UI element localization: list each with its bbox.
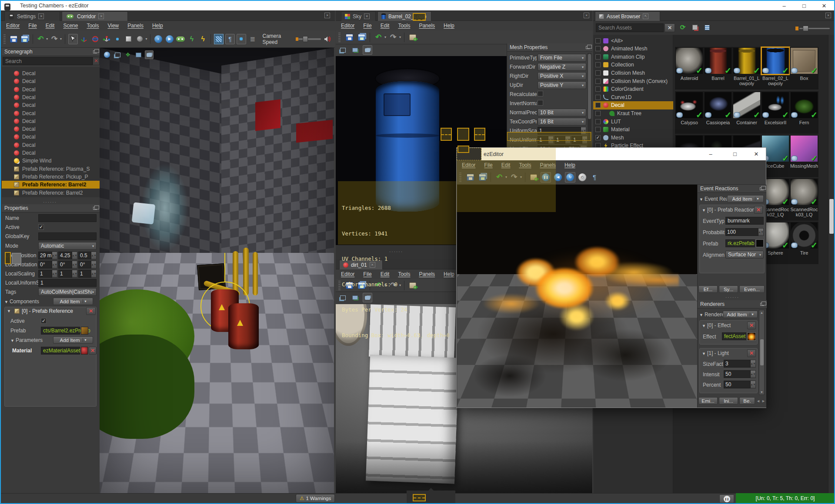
floating-close-button[interactable]: ✕ (746, 149, 766, 159)
play-from-button[interactable]: ▶ (165, 34, 174, 44)
tab-asset-browser[interactable]: Asset Browser ⇱ (595, 11, 660, 21)
position-x-stepper[interactable]: 29 m▲▼ (38, 252, 57, 259)
prefab-asset-field[interactable]: cts/Barrel2.ezPrefab (41, 327, 80, 335)
effect-thumb-button[interactable] (747, 332, 756, 341)
active-checkbox[interactable]: ✓ (38, 224, 44, 230)
pilcrow-toggle-button[interactable]: ¶ (589, 172, 600, 182)
tree-checkbox[interactable] (595, 119, 601, 124)
menu-editor[interactable]: Editor (341, 23, 354, 29)
menu-help[interactable]: Help (564, 162, 575, 168)
menu-help[interactable]: Help (444, 23, 454, 29)
tab-sky[interactable]: Sky ✕ (341, 11, 376, 21)
menu-panels[interactable]: Panels (419, 23, 435, 29)
tags-dropdown[interactable]: AutoColMesh|CastShadow▾ (38, 288, 97, 296)
meshprop-checkbox-invertnorma[interactable] (538, 100, 543, 106)
scenegraph-item-prefab-reference-barrel2[interactable]: Prefab Reference: Barrel2 (2, 181, 100, 189)
tab-initializer[interactable]: Ini... (719, 397, 738, 405)
scenegraph-item-prefab-reference-barrel2[interactable]: Prefab Reference: Barrel2 (2, 189, 100, 197)
tree-checkbox[interactable] (595, 79, 601, 84)
asset-tile-scannedrock03-lq[interactable]: ✓ScannedRock03_LQ (790, 178, 818, 221)
component-active-checkbox[interactable]: ✓ (41, 318, 47, 324)
menu-file[interactable]: File (484, 162, 492, 168)
tree-checkbox[interactable] (595, 103, 601, 108)
tab-settings-close-icon[interactable]: ✕ (38, 13, 44, 19)
rotation-x-stepper[interactable]: 0°▲▼ (38, 261, 57, 269)
save-button[interactable] (344, 32, 354, 43)
run-lightning-green-button[interactable]: ϟ (187, 34, 197, 44)
tree-checkbox[interactable]: ✓ (595, 135, 601, 140)
menu-edit[interactable]: Edit (381, 23, 390, 29)
left-dock-close-icon[interactable]: ✕ (324, 13, 330, 18)
toolbar-grip[interactable] (338, 33, 341, 42)
menu-edit[interactable]: Edit (501, 162, 511, 168)
tab-settings[interactable]: Settings ✕ (4, 11, 60, 21)
asset-tree-item-collision-mesh[interactable]: Collision Mesh (593, 69, 673, 77)
rotation-y-stepper[interactable]: 0°▲▼ (58, 261, 77, 269)
asset-tree-item-material[interactable]: Material (593, 126, 673, 134)
screenshot-icon[interactable] (134, 51, 142, 59)
menu-panels[interactable]: Panels (540, 162, 556, 168)
tree-checkbox[interactable] (595, 70, 601, 76)
material-remove-button[interactable]: ✕ (89, 347, 97, 355)
tab-scroll-left-icon[interactable]: ◄ (756, 399, 760, 403)
asset-tile-container[interactable]: ✓Container (732, 91, 761, 134)
tab-emitter[interactable]: Emi... (698, 397, 718, 405)
tree-checkbox[interactable] (595, 111, 601, 116)
position-y-stepper[interactable]: 4.25▲▼ (58, 252, 77, 259)
mesh-properties-header[interactable]: Mesh Properties (507, 43, 592, 52)
asset-tree-item-mesh[interactable]: ✓Mesh (593, 133, 673, 142)
asset-tile-barrel-02-lowpoly[interactable]: ✓Barrel_02_Lowpoly (761, 47, 790, 90)
position-z-stepper[interactable]: 0.5▲▼ (78, 252, 97, 259)
asset-search-input[interactable]: Search Assets (596, 23, 664, 32)
intensity-stepper[interactable]: 50▲▼ (724, 370, 756, 378)
remove-reaction-button[interactable]: ✕ (754, 206, 763, 214)
undo-button[interactable]: ↶ (36, 34, 46, 44)
tab-events[interactable]: Even... (739, 285, 765, 293)
tab-asset-browser-float-icon[interactable]: ⇱ (643, 13, 648, 19)
dock-splitter-dots[interactable]: ······ (725, 295, 739, 300)
tab-sky-close-icon[interactable]: ✕ (364, 13, 370, 19)
effect-group-header[interactable]: ▼[0] - Effect (702, 322, 731, 328)
rotate-tool-button[interactable] (90, 34, 100, 44)
minimize-button[interactable]: – (774, 1, 794, 10)
tab-corridor-close-icon[interactable]: ✕ (98, 13, 104, 19)
meshprop-checkbox-recalculaten[interactable] (538, 91, 543, 96)
event-reactions-float-icon[interactable] (760, 187, 764, 190)
menu-tools[interactable]: Tools (87, 23, 99, 29)
layers-icon[interactable]: ≣ (248, 34, 257, 44)
scenegraph-item-decal[interactable]: Decal (2, 109, 100, 117)
renderers-add-item-button[interactable]: Add Item▾ (723, 311, 758, 318)
name-field[interactable] (38, 214, 97, 222)
audio-mute-icon[interactable] (323, 34, 332, 44)
maximize-button[interactable]: □ (794, 1, 814, 10)
tree-checkbox[interactable] (595, 127, 601, 132)
asset-list-icon[interactable] (703, 23, 711, 32)
components-add-item-button[interactable]: Add Item▾ (53, 298, 93, 305)
title-bar[interactable]: Testing Chambers - ezEditor – □ ✕ (1, 1, 834, 10)
event-reactions-header[interactable]: Event Reactions (698, 185, 766, 193)
asset-grid-scrollbar[interactable] (828, 35, 834, 493)
tree-checkbox[interactable] (595, 46, 601, 51)
asset-tree-item-decal[interactable]: Decal (593, 101, 673, 109)
tab-effect[interactable]: Ef... (698, 285, 718, 293)
mid-dock-close-icon[interactable]: ✕ (584, 13, 589, 18)
toggle-grid-button[interactable] (214, 34, 224, 44)
save-button[interactable] (465, 172, 475, 182)
probability-stepper[interactable]: 100▲▼ (725, 228, 764, 236)
percentage-stepper[interactable]: 50▲▼ (724, 381, 756, 388)
toggle-shapes-button[interactable]: ¶ (225, 34, 235, 44)
render-mode-box-icon[interactable] (124, 34, 134, 44)
uniform-scaling-field[interactable]: 1 (38, 279, 97, 287)
scaling-y-stepper[interactable]: 1▲▼ (58, 270, 77, 278)
remove-light-button[interactable]: ✕ (747, 349, 756, 357)
asset-tree-item-colorgradient[interactable]: ColorGradient (593, 85, 673, 93)
rotation-z-stepper[interactable]: 0°▲▼ (78, 261, 97, 269)
asset-tile-excelsiorii[interactable]: ✓ExcelsiorII (761, 91, 790, 134)
scenegraph-item-decal[interactable]: Decal (2, 133, 100, 141)
camera-icon[interactable] (363, 45, 372, 55)
prefab-asset-thumb-button[interactable] (81, 327, 88, 335)
asset-tile-asteroid[interactable]: ✓Asteroid (675, 47, 704, 90)
transform-all-icon[interactable]: ⟳ (678, 23, 687, 32)
scenegraph-float-icon[interactable] (93, 50, 97, 53)
asset-tree-item-all[interactable]: <All> (593, 36, 673, 45)
